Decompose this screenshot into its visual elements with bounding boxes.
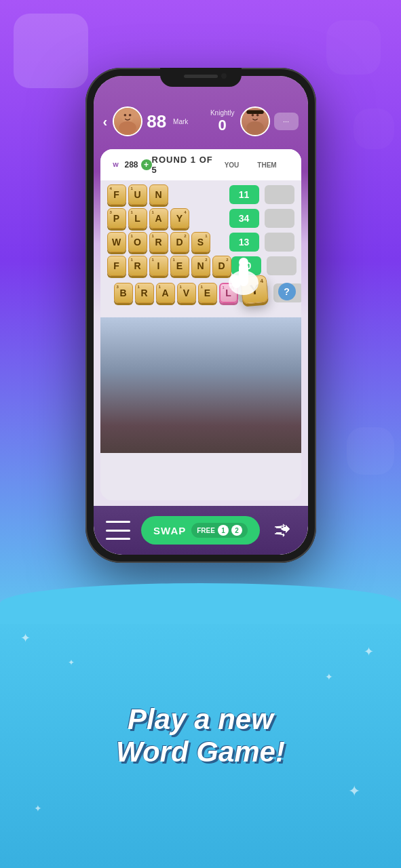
menu-line-2: [106, 530, 130, 532]
svg-rect-8: [246, 110, 263, 113]
camera: [221, 73, 227, 79]
back-button[interactable]: ‹: [103, 114, 108, 130]
tile-l2: 1L: [128, 208, 147, 229]
word-row-friend: F 1R 1I 1E 2N 2D 30: [107, 256, 294, 276]
promo-line1: Play a new: [128, 703, 273, 735]
player1-score: 88: [147, 111, 166, 132]
star-5: ✦: [68, 658, 75, 667]
header-right: Knightly 0: [201, 106, 299, 136]
menu-line-1: [106, 521, 130, 523]
game-area: ‹: [94, 76, 308, 555]
promo-area: ✦ ✦ ✦ ✦ ✦ ✦ Play a new Word Game!: [0, 604, 401, 868]
w-badge: W: [110, 159, 122, 171]
free-badge: FREE 1 2: [191, 523, 248, 538]
swap-label: SWAP: [153, 525, 186, 536]
player1-name-block: Mark: [173, 118, 188, 125]
round-title: ROUND 1 OF 5: [152, 155, 217, 175]
tiles-bravely: 3B 1R 1A 1V 1E 1 L W: [114, 283, 238, 303]
tile-r2: 1R: [128, 256, 147, 276]
tiles-words: W 1O 1R 2D 1S: [107, 232, 210, 252]
tile-r: 1R: [149, 232, 168, 252]
svg-point-2: [124, 114, 127, 117]
tile-r3: 1R: [135, 283, 154, 303]
tiles-friend: F 1R 1I 1E 2N 2D: [107, 256, 231, 276]
bg-decoration-2: [326, 20, 381, 75]
phone-notch: [160, 68, 242, 87]
tile-o: 1O: [128, 232, 147, 252]
menu-button[interactable]: [106, 521, 130, 540]
header-bar: ‹: [94, 98, 308, 145]
add-coin-button[interactable]: +: [141, 159, 152, 170]
tile-e2: 1E: [198, 283, 217, 303]
shuffle-button[interactable]: [271, 520, 295, 540]
svg-point-3: [129, 114, 132, 117]
menu-line-3: [106, 538, 130, 540]
score-boxes-fun: 11: [229, 185, 294, 204]
avatar-mark-face: [114, 108, 141, 135]
free-num-1: 1: [218, 525, 229, 536]
player2-block: Knightly 0: [210, 109, 235, 134]
tile-d: 2D: [170, 232, 189, 252]
star-2: ✦: [364, 644, 374, 659]
player2-score: 0: [218, 117, 227, 134]
star-4: ✦: [348, 783, 360, 800]
round-header: W 288 + ROUND 1 OF 5 YOU THEM: [100, 149, 301, 180]
player1-avatar: [113, 106, 142, 136]
chat-icon: ···: [283, 117, 289, 125]
score-them-play: [265, 209, 294, 228]
coin-count: 288: [125, 160, 138, 170]
star-3: ✦: [34, 803, 42, 814]
tile-s: 1S: [191, 232, 210, 252]
player2-name: Knightly: [210, 109, 235, 117]
tiles-fun: 4F 1U N: [107, 184, 168, 205]
bottom-toolbar: SWAP FREE 1 2: [94, 506, 308, 555]
tile-f: 4F: [107, 184, 126, 205]
tile-f2: F: [107, 256, 126, 276]
bg-decoration-4: [347, 427, 394, 475]
promo-line2: Word Game!: [116, 736, 285, 768]
bg-decoration-3: [354, 108, 394, 149]
header-left: ‹: [103, 106, 201, 136]
tiles-play: 3P 1L 1A 4Y: [107, 208, 189, 229]
tile-v: 1V: [177, 283, 196, 303]
tile-a2: 1A: [156, 283, 175, 303]
score-you-fun: 11: [229, 185, 259, 204]
svg-point-7: [256, 114, 259, 117]
player1-score-block: 88: [142, 111, 170, 132]
question-button[interactable]: ?: [278, 283, 296, 300]
promo-text: Play a new Word Game!: [116, 703, 285, 769]
svg-point-5: [246, 121, 263, 134]
tile-a: 1A: [149, 208, 168, 229]
free-num-2: 2: [231, 525, 242, 536]
avatar-knightly-face: [242, 108, 269, 135]
phone-device: ‹: [85, 68, 316, 563]
word-row-play: 3P 1L 1A 4Y 34: [107, 208, 294, 229]
swap-button[interactable]: SWAP FREE 1 2: [141, 516, 260, 545]
svg-point-1: [119, 121, 136, 134]
star-1: ✦: [20, 631, 31, 646]
tile-i: 1I: [149, 256, 168, 276]
chat-button[interactable]: ···: [274, 113, 299, 130]
speaker: [184, 75, 218, 78]
tile-n: N: [149, 184, 168, 205]
col-headers: YOU THEM: [217, 161, 292, 169]
phone-shell: ‹: [85, 68, 316, 563]
word-row-fun: 4F 1U N 11: [107, 184, 294, 205]
player2-avatar: [240, 106, 270, 136]
score-you-play: 34: [229, 209, 259, 228]
coins-area: W 288 +: [110, 159, 152, 171]
phone-screen: ‹: [94, 76, 308, 555]
tile-y: 4Y: [170, 208, 189, 229]
tile-p: 3P: [107, 208, 126, 229]
mountain-background: [100, 317, 301, 453]
word-row-words: W 1O 1R 2D 1S 13: [107, 232, 294, 252]
free-text: FREE: [197, 527, 215, 534]
question-icon: ?: [284, 286, 290, 297]
score-them-words: [265, 233, 294, 252]
hand-cursor: [223, 249, 264, 296]
word-rows-container: 4F 1U N 11 3P: [100, 180, 301, 280]
tile-u: 1U: [128, 184, 147, 205]
col-you-header: YOU: [217, 161, 247, 169]
score-them-friend: [267, 256, 297, 275]
tile-e: 1E: [170, 256, 189, 276]
